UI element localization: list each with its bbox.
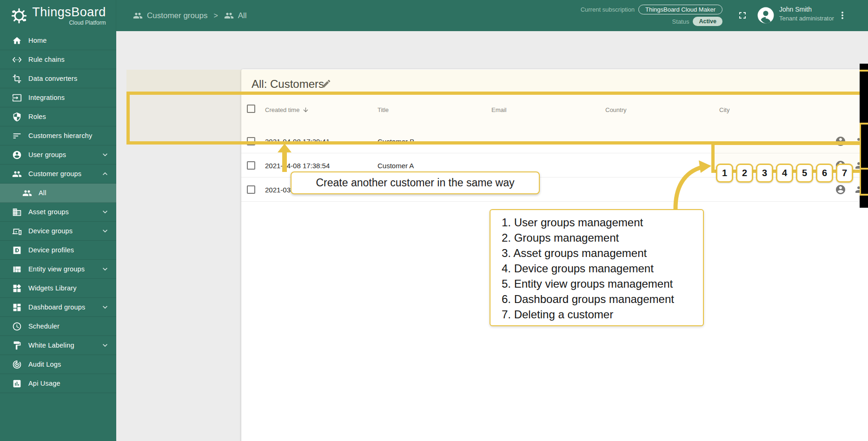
table-row[interactable]: 2021-03-29 16:52:39 Public bbox=[241, 178, 868, 202]
manage-users-button[interactable] bbox=[835, 160, 846, 171]
sidebar-item-label: Audit Logs bbox=[28, 361, 61, 368]
brand-name: ThingsBoard bbox=[32, 6, 106, 19]
track-changes-icon bbox=[12, 360, 22, 369]
main-content: All: Customers Created time Title Email … bbox=[116, 31, 868, 441]
sidebar-item-white-labeling[interactable]: White Labeling bbox=[0, 336, 116, 355]
cell-title: Public bbox=[378, 186, 397, 194]
chevron-down-icon bbox=[100, 303, 110, 312]
column-header-country[interactable]: Country bbox=[605, 106, 627, 113]
sidebar-item-label: Entity view groups bbox=[28, 265, 85, 273]
manage-groups-button[interactable] bbox=[855, 136, 866, 147]
row-checkbox[interactable] bbox=[247, 185, 255, 194]
sort-desc-arrow-icon[interactable] bbox=[302, 106, 309, 113]
column-header-created-time[interactable]: Created time bbox=[265, 106, 309, 113]
cell-title: Customer A bbox=[378, 162, 414, 170]
manage-users-button[interactable] bbox=[835, 136, 846, 147]
account-circle-icon bbox=[835, 184, 846, 195]
manage-groups-button[interactable] bbox=[855, 184, 866, 195]
sidebar-item-customers-hierarchy[interactable]: Customers hierarchy bbox=[0, 126, 116, 145]
column-header-city[interactable]: City bbox=[719, 106, 729, 113]
manage-groups-button[interactable] bbox=[855, 160, 866, 171]
thingsboard-app: ThingsBoard Cloud Platform Customer grou… bbox=[0, 0, 868, 441]
sidebar-item-dashboard-groups[interactable]: Dashboard groups bbox=[0, 298, 116, 317]
sidebar-item-label: Scheduler bbox=[28, 323, 60, 330]
sidebar-item-user-groups[interactable]: User groups bbox=[0, 145, 116, 165]
status-label: Status bbox=[672, 18, 689, 25]
row-actions bbox=[835, 184, 868, 195]
table-row[interactable]: 2021-04-08 17:39:41 Customer B bbox=[241, 129, 868, 153]
sidebar-item-device-profiles[interactable]: Device profiles bbox=[0, 241, 116, 260]
customer-groups-icon bbox=[224, 11, 234, 20]
chevron-down-icon bbox=[100, 207, 110, 217]
sidebar-item-label: Rule chains bbox=[28, 56, 65, 63]
format-paint-icon bbox=[12, 341, 22, 350]
security-shield-icon bbox=[12, 112, 22, 122]
chevron-down-icon bbox=[100, 341, 110, 350]
select-all-checkbox[interactable] bbox=[247, 105, 255, 113]
sidebar-item-home[interactable]: Home bbox=[0, 31, 116, 50]
breadcrumb-section[interactable]: Customer groups bbox=[147, 11, 207, 20]
widgets-icon bbox=[12, 283, 22, 293]
sidebar-item-device-groups[interactable]: Device groups bbox=[0, 222, 116, 241]
manage-users-button[interactable] bbox=[835, 184, 846, 195]
user-role: Tenant administrator bbox=[779, 15, 834, 21]
sidebar-item-all[interactable]: All bbox=[0, 184, 116, 203]
devices-other-icon bbox=[12, 226, 22, 236]
cell-created-time: 2021-04-08 17:39:41 bbox=[265, 138, 330, 145]
chevron-up-icon bbox=[100, 169, 110, 178]
user-info: John Smith Tenant administrator bbox=[779, 6, 834, 21]
user-name: John Smith bbox=[779, 6, 834, 13]
subscription-plan-badge[interactable]: ThingsBoard Cloud Maker bbox=[638, 5, 722, 14]
breadcrumb-page[interactable]: All bbox=[238, 11, 247, 20]
sidebar-item-data-converters[interactable]: Data converters bbox=[0, 69, 116, 88]
sidebar-item-audit-logs[interactable]: Audit Logs bbox=[0, 355, 116, 374]
table-header-row: Created time Title Email Country City bbox=[241, 105, 868, 118]
sidebar-item-widgets-library[interactable]: Widgets Library bbox=[0, 279, 116, 298]
sidebar-item-entity-view-groups[interactable]: Entity view groups bbox=[0, 260, 116, 279]
sidebar-item-rule-chains[interactable]: Rule chains bbox=[0, 50, 116, 69]
people-group-icon bbox=[12, 169, 22, 179]
sidebar-item-label: Device profiles bbox=[28, 246, 74, 254]
home-icon bbox=[12, 36, 22, 46]
sidebar-item-label: Dashboard groups bbox=[28, 303, 86, 311]
customer-groups-icon bbox=[133, 11, 143, 20]
row-actions bbox=[835, 136, 868, 147]
row-checkbox[interactable] bbox=[247, 137, 255, 145]
row-checkbox[interactable] bbox=[247, 161, 255, 170]
sidebar-item-integrations[interactable]: Integrations bbox=[0, 88, 116, 107]
table-row[interactable]: 2021-04-08 17:38:54 Customer A bbox=[241, 153, 868, 178]
chevron-down-icon bbox=[100, 226, 110, 236]
people-group-icon bbox=[22, 188, 32, 198]
view-quilt-icon bbox=[12, 264, 22, 274]
settings-ethernet-icon bbox=[12, 55, 22, 65]
edit-group-button[interactable] bbox=[321, 79, 331, 89]
column-header-email[interactable]: Email bbox=[491, 106, 507, 113]
fullscreen-icon bbox=[737, 10, 748, 21]
column-header-title[interactable]: Title bbox=[378, 106, 389, 113]
sidebar-item-label: Device groups bbox=[28, 227, 73, 235]
device-profile-icon bbox=[12, 245, 22, 255]
cell-created-time: 2021-03-29 16:52:39 bbox=[265, 186, 330, 194]
sidebar-item-api-usage[interactable]: Api Usage bbox=[0, 374, 116, 393]
account-circle-icon bbox=[835, 160, 846, 171]
sidebar-item-scheduler[interactable]: Scheduler bbox=[0, 317, 116, 336]
transform-icon bbox=[12, 74, 22, 84]
sidebar-item-label: Widgets Library bbox=[28, 284, 77, 292]
avatar[interactable] bbox=[757, 7, 775, 24]
insert-chart-icon bbox=[12, 379, 22, 388]
sidebar-item-asset-groups[interactable]: Asset groups bbox=[0, 203, 116, 222]
domain-building-icon bbox=[12, 207, 22, 217]
sidebar-item-customer-groups[interactable]: Customer groups bbox=[0, 165, 116, 184]
sidebar-item-label: Roles bbox=[28, 113, 46, 120]
fullscreen-button[interactable] bbox=[737, 10, 748, 21]
people-group-icon bbox=[855, 184, 866, 195]
sidebar-item-label: Customer groups bbox=[28, 170, 81, 178]
chevron-down-icon bbox=[100, 150, 110, 159]
user-menu-button[interactable] bbox=[837, 10, 848, 21]
sidebar-item-roles[interactable]: Roles bbox=[0, 107, 116, 126]
page-title: All: Customers bbox=[252, 78, 324, 91]
app-logo[interactable]: ThingsBoard Cloud Platform bbox=[0, 0, 116, 31]
cell-title: Customer B bbox=[378, 138, 414, 145]
sort-icon bbox=[12, 131, 22, 141]
customers-table-card: All: Customers Created time Title Email … bbox=[241, 69, 868, 441]
